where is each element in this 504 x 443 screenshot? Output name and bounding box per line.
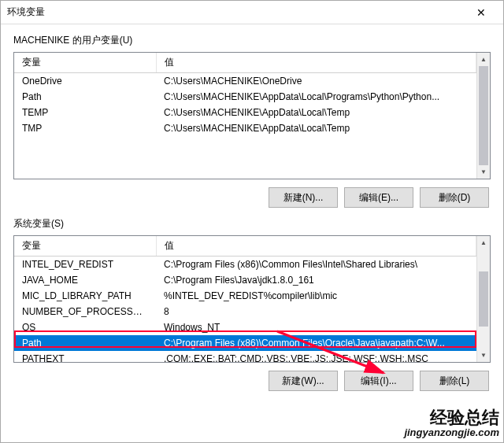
var-value: C:\Users\MACHENIKE\AppData\Local\Program… bbox=[156, 89, 476, 105]
dialog-content: MACHENIKE 的用户变量(U) 变量 值 OneDriveC:\Users… bbox=[1, 24, 503, 442]
env-vars-dialog: 环境变量 ✕ MACHENIKE 的用户变量(U) 变量 值 OneDri bbox=[0, 0, 504, 443]
sys-vars-table-wrap: 变量 值 INTEL_DEV_REDISTC:\Program Files (x… bbox=[13, 235, 491, 363]
table-row[interactable]: INTEL_DEV_REDISTC:\Program Files (x86)\C… bbox=[14, 257, 476, 273]
var-name: TMP bbox=[14, 120, 156, 136]
table-row[interactable]: JAVA_HOMEC:\Program Files\Java\jdk1.8.0_… bbox=[14, 272, 476, 288]
dialog-title: 环境变量 bbox=[7, 6, 465, 19]
user-vars-section: MACHENIKE 的用户变量(U) 变量 值 OneDriveC:\Users… bbox=[13, 34, 491, 209]
table-row[interactable]: TMPC:\Users\MACHENIKE\AppData\Local\Temp bbox=[14, 120, 476, 136]
var-value: 8 bbox=[156, 304, 476, 319]
user-vars-table-wrap: 变量 值 OneDriveC:\Users\MACHENIKE\OneDrive… bbox=[13, 52, 491, 179]
table-row[interactable]: OneDriveC:\Users\MACHENIKE\OneDrive bbox=[14, 73, 476, 90]
user-col-name[interactable]: 变量 bbox=[14, 53, 156, 73]
var-value: Windows_NT bbox=[156, 319, 476, 335]
var-value: C:\Program Files\Java\jdk1.8.0_161 bbox=[156, 272, 476, 288]
table-row[interactable]: PathC:\Users\MACHENIKE\AppData\Local\Pro… bbox=[14, 89, 476, 105]
table-row[interactable]: NUMBER_OF_PROCESSORS8 bbox=[14, 304, 476, 319]
user-scrollbar[interactable]: ▲ ▼ bbox=[476, 53, 490, 179]
user-delete-button[interactable]: 删除(D) bbox=[420, 187, 489, 208]
user-vars-label: MACHENIKE 的用户变量(U) bbox=[13, 34, 491, 47]
sys-col-value[interactable]: 值 bbox=[156, 236, 476, 257]
var-name: MIC_LD_LIBRARY_PATH bbox=[14, 288, 156, 304]
var-name: OneDrive bbox=[14, 73, 156, 90]
user-btn-row: 新建(N)... 编辑(E)... 删除(D) bbox=[13, 179, 491, 209]
user-new-button[interactable]: 新建(N)... bbox=[269, 187, 338, 208]
var-name: TEMP bbox=[14, 105, 156, 120]
sys-new-button[interactable]: 新建(W)... bbox=[269, 371, 338, 391]
scroll-thumb[interactable] bbox=[479, 271, 488, 327]
var-name: JAVA_HOME bbox=[14, 272, 156, 288]
var-value: C:\Program Files (x86)\Common Files\Inte… bbox=[156, 257, 476, 273]
sys-scrollbar[interactable]: ▲ ▼ bbox=[476, 236, 490, 362]
sys-col-name[interactable]: 变量 bbox=[14, 236, 156, 257]
var-name: NUMBER_OF_PROCESSORS bbox=[14, 304, 156, 319]
table-row[interactable]: TEMPC:\Users\MACHENIKE\AppData\Local\Tem… bbox=[14, 105, 476, 120]
table-row[interactable]: PATHEXT.COM;.EXE;.BAT;.CMD;.VBS;.VBE;.JS… bbox=[14, 351, 476, 362]
var-value: C:\Program Files (x86)\Common Files\Orac… bbox=[156, 335, 476, 351]
scroll-up-icon[interactable]: ▲ bbox=[477, 236, 490, 249]
user-edit-button[interactable]: 编辑(E)... bbox=[344, 187, 413, 208]
scroll-down-icon[interactable]: ▼ bbox=[477, 165, 490, 179]
titlebar: 环境变量 ✕ bbox=[1, 1, 503, 24]
sys-vars-label: 系统变量(S) bbox=[13, 217, 491, 231]
var-value: C:\Users\MACHENIKE\AppData\Local\Temp bbox=[156, 105, 476, 120]
table-row[interactable]: PathC:\Program Files (x86)\Common Files\… bbox=[14, 335, 476, 351]
close-icon[interactable]: ✕ bbox=[465, 2, 497, 24]
scroll-down-icon[interactable]: ▼ bbox=[477, 349, 490, 362]
var-name: OS bbox=[14, 319, 156, 335]
sys-delete-button[interactable]: 删除(L) bbox=[420, 371, 489, 391]
scroll-thumb[interactable] bbox=[479, 66, 488, 165]
sys-edit-button[interactable]: 编辑(I)... bbox=[344, 371, 413, 391]
user-col-value[interactable]: 值 bbox=[156, 53, 476, 73]
sys-btn-row: 新建(W)... 编辑(I)... 删除(L) bbox=[13, 363, 491, 393]
scroll-up-icon[interactable]: ▲ bbox=[477, 53, 490, 66]
var-value: %INTEL_DEV_REDIST%compiler\lib\mic bbox=[156, 288, 476, 304]
sys-vars-table: 变量 值 INTEL_DEV_REDISTC:\Program Files (x… bbox=[14, 236, 476, 362]
user-vars-table-inner[interactable]: 变量 值 OneDriveC:\Users\MACHENIKE\OneDrive… bbox=[14, 53, 476, 179]
var-value: C:\Users\MACHENIKE\AppData\Local\Temp bbox=[156, 120, 476, 136]
var-value: C:\Users\MACHENIKE\OneDrive bbox=[156, 73, 476, 90]
var-value: .COM;.EXE;.BAT;.CMD;.VBS;.VBE;.JS;.JSE;.… bbox=[156, 351, 476, 362]
table-row[interactable]: OSWindows_NT bbox=[14, 319, 476, 335]
table-row[interactable]: MIC_LD_LIBRARY_PATH%INTEL_DEV_REDIST%com… bbox=[14, 288, 476, 304]
var-name: INTEL_DEV_REDIST bbox=[14, 257, 156, 273]
sys-vars-table-inner[interactable]: 变量 值 INTEL_DEV_REDISTC:\Program Files (x… bbox=[14, 236, 476, 362]
var-name: Path bbox=[14, 335, 156, 351]
user-vars-table: 变量 值 OneDriveC:\Users\MACHENIKE\OneDrive… bbox=[14, 53, 476, 136]
var-name: PATHEXT bbox=[14, 351, 156, 362]
var-name: Path bbox=[14, 89, 156, 105]
sys-vars-section: 系统变量(S) 变量 值 INTEL_DEV_REDISTC:\Program … bbox=[13, 217, 491, 393]
